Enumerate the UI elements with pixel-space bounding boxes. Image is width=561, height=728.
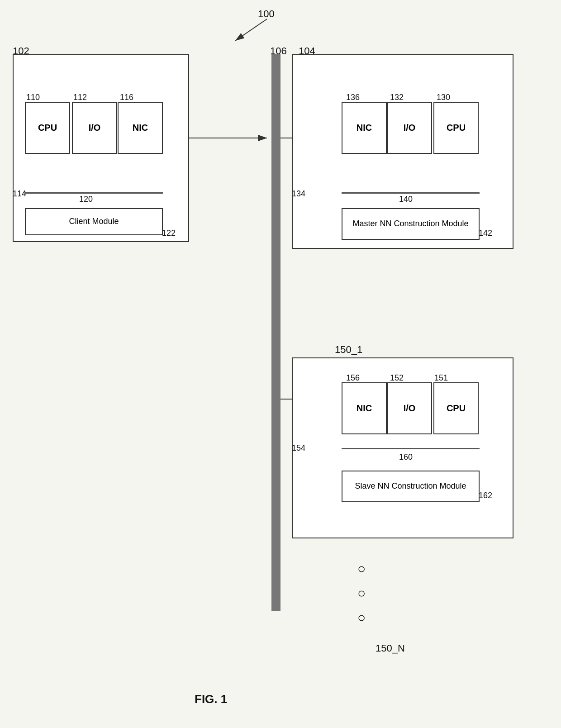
master-nic-box: NIC <box>342 102 387 154</box>
ref-154: 154 <box>292 443 305 453</box>
ref-152: 152 <box>390 373 404 383</box>
client-cpu-label: CPU <box>38 123 57 133</box>
client-io-label: I/O <box>89 123 101 133</box>
client-cpu-box: CPU <box>25 102 70 154</box>
master-bus-line <box>342 192 480 194</box>
ref-151: 151 <box>434 373 448 383</box>
ref-162: 162 <box>479 491 492 500</box>
slave-bus-line <box>342 448 480 449</box>
slave-module-label: Slave NN Construction Module <box>355 481 466 491</box>
slave-cpu-label: CPU <box>447 403 466 414</box>
client-module-box: Client Module <box>25 208 163 235</box>
ref-132: 132 <box>390 93 404 102</box>
master-cpu-label: CPU <box>447 123 466 133</box>
ref-140: 140 <box>399 195 413 204</box>
client-io-box: I/O <box>72 102 117 154</box>
ref-130: 130 <box>437 93 450 102</box>
vertical-bus <box>271 54 280 611</box>
ref-110: 110 <box>26 93 40 102</box>
svg-line-3 <box>235 19 267 41</box>
slave-nic-label: NIC <box>357 403 372 414</box>
master-io-box: I/O <box>387 102 432 154</box>
ref-116: 116 <box>120 93 133 102</box>
diagram: 100 <box>0 0 561 728</box>
ref-114: 114 <box>13 189 26 199</box>
ref-134: 134 <box>292 189 305 199</box>
client-bus-line <box>25 192 163 194</box>
slave-io-box: I/O <box>387 382 432 434</box>
ref-100: 100 <box>258 8 275 20</box>
client-module-label: Client Module <box>69 216 119 227</box>
master-module-label: Master NN Construction Module <box>352 219 468 229</box>
ref-112: 112 <box>73 93 87 102</box>
ref-120: 120 <box>79 195 93 204</box>
client-nic-label: NIC <box>133 123 148 133</box>
ref-136: 136 <box>346 93 360 102</box>
client-nic-box: NIC <box>118 102 163 154</box>
ref-150-n: 150_N <box>376 642 405 654</box>
slave-cpu-box: CPU <box>433 382 479 434</box>
master-module-box: Master NN Construction Module <box>342 208 480 240</box>
slave-nic-box: NIC <box>342 382 387 434</box>
ellipsis-dots: ○○○ <box>357 557 366 630</box>
ref-160: 160 <box>399 452 413 462</box>
ref-156: 156 <box>346 373 360 383</box>
ref-142: 142 <box>479 228 492 238</box>
master-cpu-box: CPU <box>433 102 479 154</box>
ref-150-1: 150_1 <box>335 344 362 356</box>
slave-io-label: I/O <box>404 403 416 414</box>
master-io-label: I/O <box>404 123 416 133</box>
slave-module-box: Slave NN Construction Module <box>342 471 480 502</box>
figure-caption: FIG. 1 <box>195 692 227 706</box>
ref-122: 122 <box>162 228 176 238</box>
master-nic-label: NIC <box>357 123 372 133</box>
